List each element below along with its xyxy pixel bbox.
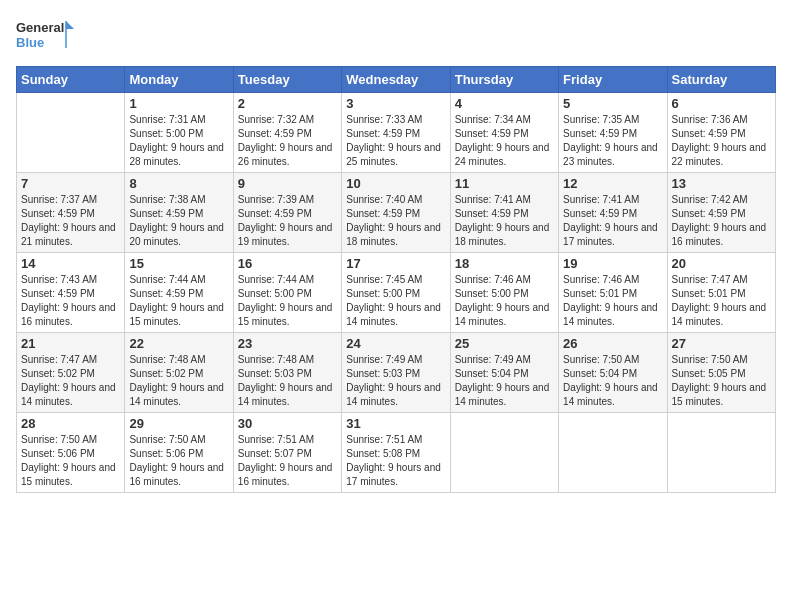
day-number: 25 <box>455 336 554 351</box>
calendar-cell <box>450 413 558 493</box>
calendar-cell: 21Sunrise: 7:47 AMSunset: 5:02 PMDayligh… <box>17 333 125 413</box>
calendar-cell: 18Sunrise: 7:46 AMSunset: 5:00 PMDayligh… <box>450 253 558 333</box>
calendar-cell: 12Sunrise: 7:41 AMSunset: 4:59 PMDayligh… <box>559 173 667 253</box>
day-info: Sunrise: 7:34 AMSunset: 4:59 PMDaylight:… <box>455 113 554 169</box>
day-info: Sunrise: 7:35 AMSunset: 4:59 PMDaylight:… <box>563 113 662 169</box>
calendar-cell: 25Sunrise: 7:49 AMSunset: 5:04 PMDayligh… <box>450 333 558 413</box>
day-info: Sunrise: 7:44 AMSunset: 4:59 PMDaylight:… <box>129 273 228 329</box>
day-info: Sunrise: 7:43 AMSunset: 4:59 PMDaylight:… <box>21 273 120 329</box>
day-number: 8 <box>129 176 228 191</box>
calendar-cell: 7Sunrise: 7:37 AMSunset: 4:59 PMDaylight… <box>17 173 125 253</box>
day-number: 13 <box>672 176 771 191</box>
calendar-cell: 20Sunrise: 7:47 AMSunset: 5:01 PMDayligh… <box>667 253 775 333</box>
day-number: 28 <box>21 416 120 431</box>
calendar-weekday-header: Monday <box>125 67 233 93</box>
day-info: Sunrise: 7:50 AMSunset: 5:05 PMDaylight:… <box>672 353 771 409</box>
header: General Blue <box>16 16 776 56</box>
day-info: Sunrise: 7:51 AMSunset: 5:07 PMDaylight:… <box>238 433 337 489</box>
calendar-cell: 9Sunrise: 7:39 AMSunset: 4:59 PMDaylight… <box>233 173 341 253</box>
day-info: Sunrise: 7:38 AMSunset: 4:59 PMDaylight:… <box>129 193 228 249</box>
day-info: Sunrise: 7:39 AMSunset: 4:59 PMDaylight:… <box>238 193 337 249</box>
day-number: 22 <box>129 336 228 351</box>
day-info: Sunrise: 7:36 AMSunset: 4:59 PMDaylight:… <box>672 113 771 169</box>
calendar-week-row: 7Sunrise: 7:37 AMSunset: 4:59 PMDaylight… <box>17 173 776 253</box>
day-number: 6 <box>672 96 771 111</box>
calendar-cell: 14Sunrise: 7:43 AMSunset: 4:59 PMDayligh… <box>17 253 125 333</box>
svg-text:General: General <box>16 20 64 35</box>
calendar-cell: 31Sunrise: 7:51 AMSunset: 5:08 PMDayligh… <box>342 413 450 493</box>
day-info: Sunrise: 7:45 AMSunset: 5:00 PMDaylight:… <box>346 273 445 329</box>
svg-marker-2 <box>66 21 74 29</box>
day-info: Sunrise: 7:32 AMSunset: 4:59 PMDaylight:… <box>238 113 337 169</box>
day-info: Sunrise: 7:46 AMSunset: 5:00 PMDaylight:… <box>455 273 554 329</box>
calendar-cell: 13Sunrise: 7:42 AMSunset: 4:59 PMDayligh… <box>667 173 775 253</box>
day-info: Sunrise: 7:46 AMSunset: 5:01 PMDaylight:… <box>563 273 662 329</box>
calendar-weekday-header: Sunday <box>17 67 125 93</box>
day-info: Sunrise: 7:47 AMSunset: 5:02 PMDaylight:… <box>21 353 120 409</box>
svg-text:Blue: Blue <box>16 35 44 50</box>
calendar-weekday-header: Saturday <box>667 67 775 93</box>
day-info: Sunrise: 7:40 AMSunset: 4:59 PMDaylight:… <box>346 193 445 249</box>
day-number: 15 <box>129 256 228 271</box>
day-number: 4 <box>455 96 554 111</box>
day-info: Sunrise: 7:37 AMSunset: 4:59 PMDaylight:… <box>21 193 120 249</box>
calendar-cell <box>17 93 125 173</box>
calendar-weekday-header: Friday <box>559 67 667 93</box>
day-number: 17 <box>346 256 445 271</box>
logo-svg: General Blue <box>16 16 76 56</box>
day-info: Sunrise: 7:50 AMSunset: 5:06 PMDaylight:… <box>21 433 120 489</box>
day-number: 2 <box>238 96 337 111</box>
calendar-cell: 26Sunrise: 7:50 AMSunset: 5:04 PMDayligh… <box>559 333 667 413</box>
day-number: 26 <box>563 336 662 351</box>
calendar-cell: 23Sunrise: 7:48 AMSunset: 5:03 PMDayligh… <box>233 333 341 413</box>
calendar-cell: 28Sunrise: 7:50 AMSunset: 5:06 PMDayligh… <box>17 413 125 493</box>
day-info: Sunrise: 7:48 AMSunset: 5:02 PMDaylight:… <box>129 353 228 409</box>
calendar-cell: 30Sunrise: 7:51 AMSunset: 5:07 PMDayligh… <box>233 413 341 493</box>
day-number: 9 <box>238 176 337 191</box>
day-info: Sunrise: 7:47 AMSunset: 5:01 PMDaylight:… <box>672 273 771 329</box>
calendar-cell: 1Sunrise: 7:31 AMSunset: 5:00 PMDaylight… <box>125 93 233 173</box>
calendar-cell: 8Sunrise: 7:38 AMSunset: 4:59 PMDaylight… <box>125 173 233 253</box>
day-number: 24 <box>346 336 445 351</box>
day-number: 5 <box>563 96 662 111</box>
calendar-cell: 6Sunrise: 7:36 AMSunset: 4:59 PMDaylight… <box>667 93 775 173</box>
calendar-cell: 27Sunrise: 7:50 AMSunset: 5:05 PMDayligh… <box>667 333 775 413</box>
calendar-week-row: 28Sunrise: 7:50 AMSunset: 5:06 PMDayligh… <box>17 413 776 493</box>
calendar-weekday-header: Thursday <box>450 67 558 93</box>
calendar-week-row: 21Sunrise: 7:47 AMSunset: 5:02 PMDayligh… <box>17 333 776 413</box>
day-info: Sunrise: 7:50 AMSunset: 5:04 PMDaylight:… <box>563 353 662 409</box>
calendar-cell: 19Sunrise: 7:46 AMSunset: 5:01 PMDayligh… <box>559 253 667 333</box>
day-number: 3 <box>346 96 445 111</box>
calendar-table: SundayMondayTuesdayWednesdayThursdayFrid… <box>16 66 776 493</box>
calendar-cell <box>559 413 667 493</box>
day-info: Sunrise: 7:49 AMSunset: 5:04 PMDaylight:… <box>455 353 554 409</box>
calendar-cell: 22Sunrise: 7:48 AMSunset: 5:02 PMDayligh… <box>125 333 233 413</box>
day-number: 14 <box>21 256 120 271</box>
calendar-cell: 24Sunrise: 7:49 AMSunset: 5:03 PMDayligh… <box>342 333 450 413</box>
calendar-cell: 16Sunrise: 7:44 AMSunset: 5:00 PMDayligh… <box>233 253 341 333</box>
day-number: 20 <box>672 256 771 271</box>
day-number: 11 <box>455 176 554 191</box>
calendar-cell: 3Sunrise: 7:33 AMSunset: 4:59 PMDaylight… <box>342 93 450 173</box>
day-number: 12 <box>563 176 662 191</box>
logo: General Blue <box>16 16 76 56</box>
day-number: 23 <box>238 336 337 351</box>
day-info: Sunrise: 7:31 AMSunset: 5:00 PMDaylight:… <box>129 113 228 169</box>
calendar-cell: 10Sunrise: 7:40 AMSunset: 4:59 PMDayligh… <box>342 173 450 253</box>
day-number: 1 <box>129 96 228 111</box>
day-number: 21 <box>21 336 120 351</box>
calendar-week-row: 1Sunrise: 7:31 AMSunset: 5:00 PMDaylight… <box>17 93 776 173</box>
calendar-cell: 5Sunrise: 7:35 AMSunset: 4:59 PMDaylight… <box>559 93 667 173</box>
day-info: Sunrise: 7:44 AMSunset: 5:00 PMDaylight:… <box>238 273 337 329</box>
day-number: 18 <box>455 256 554 271</box>
day-info: Sunrise: 7:50 AMSunset: 5:06 PMDaylight:… <box>129 433 228 489</box>
calendar-cell: 17Sunrise: 7:45 AMSunset: 5:00 PMDayligh… <box>342 253 450 333</box>
calendar-week-row: 14Sunrise: 7:43 AMSunset: 4:59 PMDayligh… <box>17 253 776 333</box>
day-info: Sunrise: 7:41 AMSunset: 4:59 PMDaylight:… <box>563 193 662 249</box>
day-number: 31 <box>346 416 445 431</box>
day-number: 19 <box>563 256 662 271</box>
day-number: 7 <box>21 176 120 191</box>
day-number: 16 <box>238 256 337 271</box>
day-info: Sunrise: 7:51 AMSunset: 5:08 PMDaylight:… <box>346 433 445 489</box>
calendar-header-row: SundayMondayTuesdayWednesdayThursdayFrid… <box>17 67 776 93</box>
